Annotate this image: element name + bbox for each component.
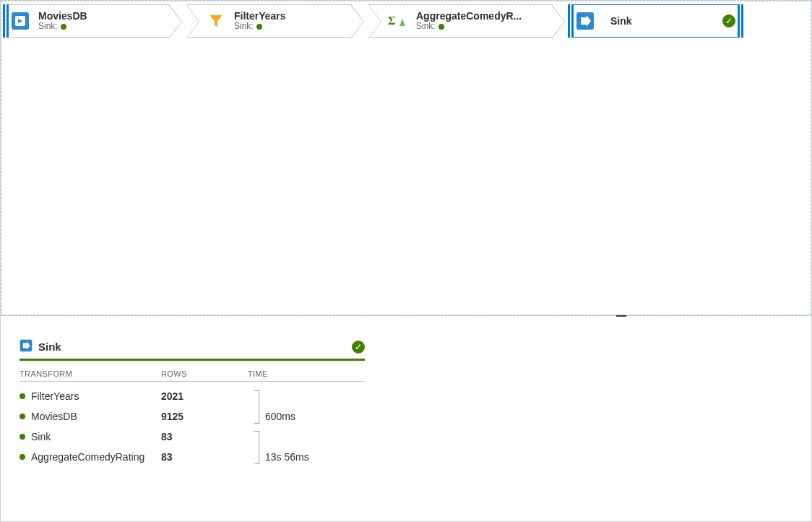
col-head-rows: ROWS <box>161 368 248 382</box>
node-title: AggregateComedyR... <box>416 10 522 22</box>
node-moviesdb[interactable]: MoviesDB Sink: <box>4 4 170 38</box>
col-head-transform: TRANSFORM <box>20 368 161 382</box>
svg-text:Σ: Σ <box>388 14 395 27</box>
node-aggregatecomedyrating[interactable]: Σ AggregateComedyR... Sink: <box>368 4 553 38</box>
success-check-icon: ✓ <box>352 341 365 354</box>
source-icon <box>9 10 31 32</box>
node-sub: Sink: <box>38 22 87 32</box>
dataflow-row: MoviesDB Sink: → FilterYears Sink: <box>1 1 811 40</box>
node-sub: Sink: <box>416 22 522 32</box>
table-row: MoviesDB 9125 600ms <box>20 406 382 427</box>
splitter-grip-icon <box>613 313 629 318</box>
table-row: FilterYears 2021 <box>20 386 382 406</box>
node-selection-bar-left <box>3 4 9 38</box>
status-dot <box>20 393 25 399</box>
status-dot <box>256 24 262 30</box>
aggregate-icon: Σ <box>387 10 409 32</box>
table-row: AggregateComedyRating 83 13s 56ms <box>20 447 382 467</box>
status-dot <box>20 414 25 419</box>
node-title: FilterYears <box>234 10 286 22</box>
sink-icon <box>20 339 33 354</box>
details-column-headers: TRANSFORM ROWS TIME <box>20 368 365 382</box>
time-value: 600ms <box>265 411 382 422</box>
panel-splitter[interactable] <box>1 315 811 316</box>
time-value: 13s 56ms <box>265 451 382 463</box>
node-title: Sink <box>610 15 632 27</box>
node-filteryears[interactable]: FilterYears Sink: <box>186 4 352 38</box>
node-sink[interactable]: Sink ✓ <box>569 4 743 38</box>
status-dot <box>20 454 25 460</box>
col-head-time: TIME <box>248 368 365 382</box>
status-dot <box>61 24 66 30</box>
details-header: Sink ✓ <box>20 338 365 361</box>
status-dot <box>20 434 25 440</box>
status-dot <box>439 24 444 30</box>
time-bracket <box>248 431 259 464</box>
table-row: Sink 83 <box>20 427 382 447</box>
details-title: Sink <box>38 341 61 353</box>
details-panel: Sink ✓ TRANSFORM ROWS TIME FilterYears 2… <box>1 330 811 482</box>
time-bracket <box>248 390 259 424</box>
node-title: MoviesDB <box>38 10 87 22</box>
node-selection-bar-left <box>568 4 574 38</box>
sink-icon <box>574 10 596 32</box>
filter-icon <box>205 10 227 32</box>
dataflow-canvas[interactable]: MoviesDB Sink: → FilterYears Sink: <box>1 1 811 315</box>
node-sub: Sink: <box>234 22 286 32</box>
success-check-icon: ✓ <box>722 14 735 27</box>
node-selection-bar-right <box>738 4 743 38</box>
